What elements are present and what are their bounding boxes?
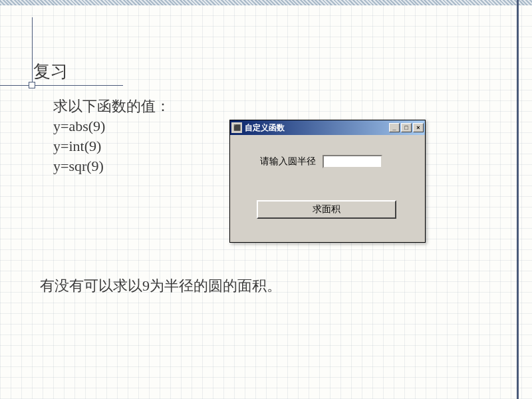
window-title: 自定义函数 — [245, 122, 389, 134]
radius-input[interactable] — [323, 155, 382, 168]
window-titlebar[interactable]: ⬛ 自定义函数 _ □ × — [230, 120, 425, 135]
radius-label: 请输入圆半径 — [260, 156, 316, 168]
maximize-button[interactable]: □ — [401, 123, 412, 132]
equation-1: y=abs(9) — [53, 116, 105, 136]
prompt-text: 求以下函数的值： — [53, 96, 170, 116]
minimize-button[interactable]: _ — [389, 123, 400, 132]
slide-right-border — [517, 0, 519, 399]
equation-2: y=int(9) — [53, 136, 101, 156]
window-controls: _ □ × — [389, 123, 424, 132]
title-decoration-vertical — [32, 17, 33, 86]
question-text: 有没有可以求以9为半径的圆的面积。 — [40, 276, 281, 296]
form-body: 请输入圆半径 求面积 — [230, 135, 425, 242]
input-row: 请输入圆半径 — [260, 155, 412, 168]
title-decoration-horizontal — [0, 85, 123, 86]
close-button[interactable]: × — [413, 123, 424, 132]
vb-form-window: ⬛ 自定义函数 _ □ × 请输入圆半径 求面积 — [229, 120, 426, 243]
equation-3: y=sqr(9) — [53, 156, 104, 176]
form-icon: ⬛ — [231, 122, 242, 133]
calculate-area-button[interactable]: 求面积 — [257, 200, 396, 219]
slide-title: 复习 — [33, 60, 68, 83]
slide-top-border — [0, 0, 532, 5]
